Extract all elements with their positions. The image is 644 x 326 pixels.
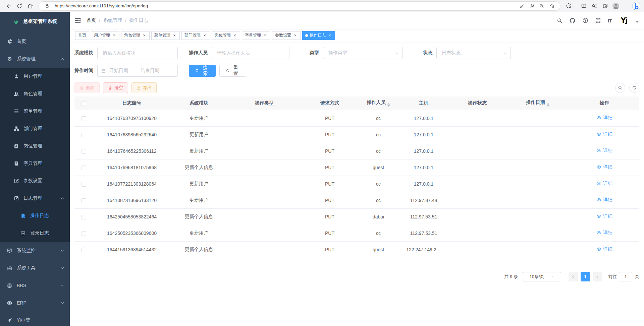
row-checkbox[interactable] (82, 182, 86, 187)
favorites-hub-icon[interactable] (589, 1, 600, 11)
tab-post-mgmt[interactable]: 岗位管理× (212, 31, 240, 40)
sidebar-item-system-mgmt[interactable]: ⚙ 系统管理 (0, 50, 70, 68)
tab-close-icon[interactable]: × (293, 33, 298, 38)
github-icon[interactable] (569, 17, 576, 24)
row-checkbox[interactable] (82, 116, 86, 121)
browser-refresh-button[interactable] (14, 1, 25, 11)
sidebar-item-home[interactable]: 首页 (0, 33, 70, 50)
profile-avatar[interactable] (610, 1, 621, 11)
tab-home[interactable]: 首页 (75, 31, 89, 40)
col-operator[interactable]: 操作人员 (358, 96, 398, 110)
read-aloud-icon[interactable] (527, 2, 537, 10)
tab-close-icon[interactable]: × (232, 33, 237, 38)
split-screen-icon[interactable] (578, 1, 589, 11)
font-size-icon[interactable]: tT (608, 18, 612, 23)
tab-dict-mgmt[interactable]: 字典管理× (242, 31, 270, 40)
password-key-icon[interactable] (517, 2, 527, 10)
lock-icon[interactable] (42, 2, 52, 10)
tab-role-mgmt[interactable]: 角色管理× (121, 31, 150, 40)
refresh-table-button[interactable] (629, 83, 639, 93)
extensions-icon[interactable] (563, 1, 574, 11)
tab-close-icon[interactable]: × (202, 33, 207, 38)
sidebar-item-operation-log[interactable]: 操作日志 (0, 207, 70, 224)
row-checkbox[interactable] (82, 149, 86, 154)
sidebar-item-system-tools[interactable]: 系统工具 (0, 259, 70, 277)
col-date[interactable]: 操作日期 (506, 96, 570, 110)
address-bar[interactable]: https://ccnetcore.com:1101/system/log/op… (38, 1, 560, 11)
tab-param-settings[interactable]: 参数设置× (272, 31, 301, 40)
row-checkbox[interactable] (82, 248, 86, 252)
tab-menu-mgmt[interactable]: 菜单管理× (151, 31, 180, 40)
detail-button[interactable]: 详细 (596, 246, 612, 252)
operator-filter-input[interactable] (212, 47, 289, 59)
sidebar-item-log-mgmt[interactable]: 日志管理 (0, 190, 70, 207)
avatar-dropdown-caret-icon[interactable] (636, 21, 639, 23)
sidebar-item-system-monitor[interactable]: 系统监控 (0, 242, 70, 259)
next-page-button[interactable] (593, 272, 602, 281)
sidebar-item-post-mgmt[interactable]: 岗位管理 (0, 137, 70, 155)
cell-operator: cc (358, 176, 398, 192)
detail-button[interactable]: 详细 (596, 181, 612, 187)
detail-button[interactable]: 详细 (596, 213, 612, 219)
goto-page-input[interactable] (619, 272, 632, 281)
detail-button[interactable]: 详细 (596, 197, 612, 203)
tab-close-icon[interactable]: × (172, 33, 177, 38)
header-search-icon[interactable] (557, 18, 562, 23)
help-icon[interactable] (582, 17, 588, 23)
sidebar-collapse-icon[interactable] (74, 17, 81, 24)
browser-menu-icon[interactable] (621, 1, 632, 11)
tab-operation-log[interactable]: 操作日志× (302, 31, 335, 40)
select-all-checkbox[interactable] (82, 101, 86, 106)
detail-button[interactable]: 详细 (596, 230, 612, 236)
tab-user-mgmt[interactable]: 用户管理× (91, 31, 119, 40)
search-button[interactable]: 搜索 (189, 65, 216, 77)
page-size-select[interactable]: 10条/页 (522, 272, 561, 281)
copilot-icon[interactable] (632, 2, 641, 10)
prev-page-button[interactable] (569, 272, 578, 281)
status-filter-select[interactable]: 日志状态 (436, 47, 511, 59)
favorite-star-icon[interactable] (547, 2, 557, 10)
sidebar-item-role-mgmt[interactable]: 角色管理 (0, 85, 70, 103)
sidebar-item-menu-mgmt[interactable]: 菜单管理 (0, 103, 70, 120)
app-logo[interactable]: 意框架管理系统 (0, 12, 70, 30)
row-checkbox[interactable] (82, 133, 86, 137)
clear-button[interactable]: 清空 (103, 82, 128, 93)
tab-dept-mgmt[interactable]: 部门管理× (181, 31, 210, 40)
zoom-out-icon[interactable] (537, 2, 547, 10)
sidebar-item-erp[interactable]: ERP (0, 294, 70, 312)
detail-button[interactable]: 详细 (596, 131, 612, 137)
row-checkbox[interactable] (82, 231, 86, 236)
export-button[interactable]: 导出 (131, 82, 157, 93)
reset-button[interactable]: 重置 (219, 65, 246, 77)
fullscreen-icon[interactable] (595, 17, 601, 23)
page-number-button[interactable]: 1 (581, 272, 590, 281)
show-search-toggle-button[interactable] (615, 83, 625, 93)
user-avatar[interactable]: Yj (619, 15, 629, 25)
module-filter-input[interactable] (97, 47, 178, 59)
detail-button[interactable]: 详细 (596, 115, 612, 121)
sidebar-item-yi-framework[interactable]: Yi框架 (0, 312, 70, 326)
sidebar-item-param-settings[interactable]: 参数设置 (0, 172, 70, 190)
delete-button[interactable]: 删除 (74, 82, 100, 93)
tab-close-icon[interactable]: × (327, 33, 332, 38)
sidebar-item-dict-mgmt[interactable]: 字典管理 (0, 155, 70, 172)
sidebar-item-bbs[interactable]: BBS (0, 277, 70, 294)
url-text[interactable]: https://ccnetcore.com:1101/system/log/op… (55, 3, 517, 8)
detail-button[interactable]: 详细 (596, 148, 612, 154)
sidebar-item-login-log[interactable]: 登录日志 (0, 224, 70, 242)
tab-close-icon[interactable]: × (142, 33, 147, 38)
type-filter-select[interactable]: 操作类型 (323, 47, 403, 59)
row-checkbox[interactable] (82, 198, 86, 203)
detail-button[interactable]: 详细 (596, 164, 612, 170)
collections-icon[interactable] (600, 1, 610, 11)
row-checkbox[interactable] (82, 166, 86, 170)
sidebar-item-dept-mgmt[interactable]: 部门管理 (0, 120, 70, 137)
sidebar-item-user-mgmt[interactable]: 用户管理 (0, 68, 70, 85)
browser-home-button[interactable] (25, 1, 36, 11)
tab-close-icon[interactable]: × (112, 33, 116, 38)
browser-back-button[interactable] (3, 1, 14, 11)
row-checkbox[interactable] (82, 215, 86, 219)
breadcrumb-home[interactable]: 首页 (87, 17, 96, 23)
date-range-picker[interactable]: 开始日期 - 结束日期 (97, 65, 178, 77)
tab-close-icon[interactable]: × (263, 33, 267, 38)
